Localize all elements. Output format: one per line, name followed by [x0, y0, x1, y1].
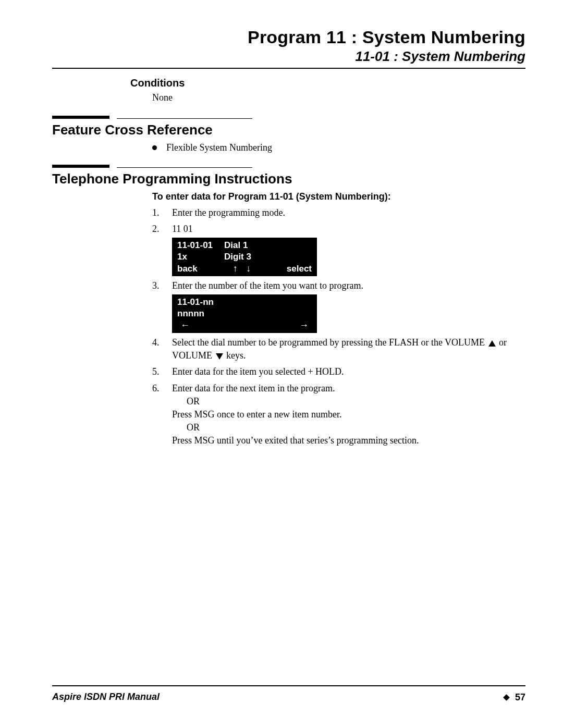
footer-page-number: 57	[515, 692, 525, 703]
header-rule	[52, 68, 525, 69]
section-feature-cross-reference: Feature Cross Reference Flexible System …	[52, 115, 525, 153]
diamond-icon	[503, 694, 510, 701]
step-text: Enter data for the item you selected + H…	[172, 366, 344, 377]
arrow-right-icon: →	[299, 320, 309, 330]
instructions-heading: Telephone Programming Instructions	[52, 171, 525, 187]
step-or-2: OR	[187, 421, 525, 434]
arrow-left-icon: ←	[180, 320, 190, 330]
step-text: 11 01	[172, 224, 193, 234]
instructions-lead: To enter data for Program 11-01 (System …	[152, 191, 525, 202]
step-or-1: OR	[187, 395, 525, 408]
heading-bar-thin	[117, 167, 252, 168]
step-4: Select the dial number to be programmed …	[152, 336, 525, 362]
conditions-heading: Conditions	[130, 77, 525, 89]
step-3: Enter the number of the item you want to…	[152, 279, 525, 333]
step-text-c: keys.	[224, 350, 246, 361]
step-text-a: Enter data for the next item in the prog…	[172, 383, 335, 393]
lcd-display-1: 11-01-01 Dial 1 1x Digit 3 back ↑ ↓ sele…	[172, 238, 317, 276]
step-6: Enter data for the next item in the prog…	[152, 382, 525, 448]
section-programming-instructions: Telephone Programming Instructions To en…	[52, 164, 525, 448]
page-subtitle: 11-01 : System Numbering	[52, 48, 525, 65]
arrow-down-icon: ↓	[246, 264, 251, 273]
step-text-c: Press MSG until you’ve exited that serie…	[172, 435, 419, 446]
step-text-a: Select the dial number to be programmed …	[172, 337, 487, 348]
volume-up-icon	[488, 340, 496, 347]
volume-down-icon	[216, 353, 223, 360]
lcd1-softkey-back: back	[177, 263, 209, 274]
step-text: Enter the number of the item you want to…	[172, 280, 363, 291]
step-1: Enter the programming mode.	[152, 206, 525, 219]
heading-bar-thick	[52, 116, 109, 119]
feature-xref-heading: Feature Cross Reference	[52, 122, 525, 138]
step-text: Enter the programming mode.	[172, 207, 285, 218]
feature-xref-item: Flexible System Numbering	[152, 142, 525, 153]
step-text-b: Press MSG once to enter a new item numbe…	[172, 409, 341, 419]
page-title: Program 11 : System Numbering	[52, 27, 525, 47]
conditions-value: None	[152, 92, 525, 103]
lcd1-softkey-select: select	[275, 263, 312, 274]
footer-rule	[52, 685, 525, 686]
step-5: Enter data for the item you selected + H…	[152, 365, 525, 378]
page-footer: Aspire ISDN PRI Manual 57	[52, 685, 525, 703]
lcd1-r2c1: 1x	[177, 251, 224, 262]
lcd2-r2: nnnnn	[177, 308, 312, 319]
step-2: 11 01 11-01-01 Dial 1 1x Digit 3 back ↑	[152, 223, 525, 276]
arrow-up-icon: ↑	[233, 264, 238, 273]
lcd1-r1c1: 11-01-01	[177, 240, 224, 251]
heading-bar-thin	[117, 118, 252, 119]
heading-bar-thick	[52, 165, 109, 168]
lcd1-r1c2: Dial 1	[224, 240, 312, 251]
lcd1-r2c2: Digit 3	[224, 251, 312, 262]
lcd2-r1: 11-01-nn	[177, 297, 312, 307]
footer-manual-name: Aspire ISDN PRI Manual	[52, 692, 160, 702]
lcd-display-2: 11-01-nn nnnnn ← →	[172, 294, 317, 333]
